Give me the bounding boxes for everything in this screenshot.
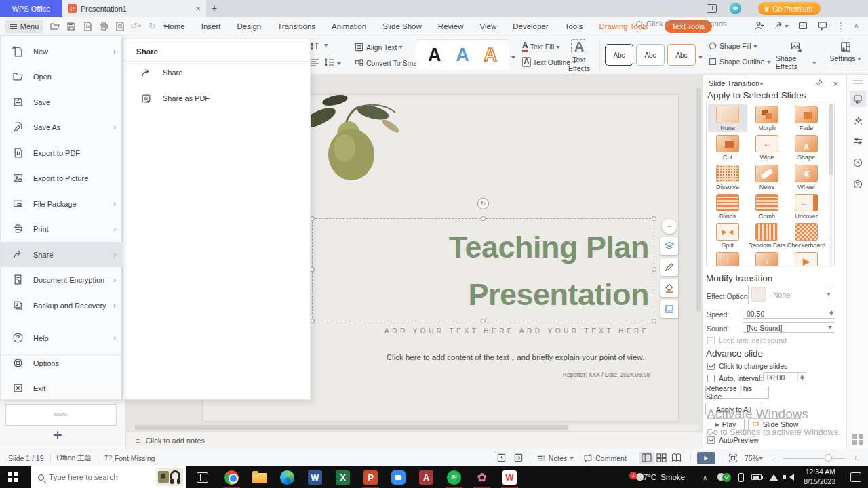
transition-checkerboard[interactable]: →Checkerboard bbox=[787, 222, 826, 249]
slide-subtitle[interactable]: ADD YOUR TEXT HERE ADD YOUR TEXT HERE bbox=[380, 327, 650, 335]
sound-dropdown[interactable]: [No Sound] bbox=[743, 322, 835, 333]
sidebar-transition-icon[interactable] bbox=[850, 91, 866, 107]
menu-item-options[interactable]: Options bbox=[1, 350, 123, 375]
wifi-icon[interactable] bbox=[769, 470, 778, 481]
text-fill-button[interactable]: A Text Fill bbox=[522, 41, 560, 52]
tab-insert[interactable]: Insert bbox=[201, 22, 221, 30]
speed-input[interactable]: 00.50 bbox=[743, 308, 835, 319]
pin-panel-icon[interactable] bbox=[814, 79, 823, 87]
print-icon[interactable] bbox=[98, 20, 109, 32]
taskbar-chrome-icon[interactable] bbox=[223, 469, 240, 486]
handout-master-icon[interactable] bbox=[513, 453, 524, 463]
text-direction-button[interactable] bbox=[309, 41, 320, 52]
align-text-button[interactable]: Align Text bbox=[354, 42, 403, 52]
resize-handle-ne[interactable] bbox=[652, 216, 656, 221]
weather-condition[interactable]: Smoke bbox=[660, 473, 685, 481]
taskbar-access-icon[interactable]: A bbox=[418, 469, 435, 486]
taskbar-spotify-icon[interactable]: ≋ bbox=[446, 469, 462, 486]
zoom-slider-thumb[interactable] bbox=[825, 454, 832, 462]
taskbar-search[interactable] bbox=[31, 466, 186, 488]
new-tab-button[interactable]: + bbox=[212, 3, 217, 14]
taskbar-file-explorer-icon[interactable] bbox=[251, 469, 268, 486]
shape-style-blue[interactable]: Abc bbox=[636, 44, 665, 66]
redo-icon[interactable]: ↻ bbox=[146, 20, 158, 32]
command-search[interactable] bbox=[636, 20, 745, 28]
text-effects-button[interactable]: A Text Effects bbox=[565, 39, 593, 73]
print-preview-icon[interactable] bbox=[114, 20, 125, 32]
tab-animation[interactable]: Animation bbox=[332, 22, 366, 30]
menu-item-export-picture[interactable]: Export to Picture bbox=[1, 165, 123, 190]
zoom-in-button[interactable]: + bbox=[853, 453, 859, 463]
scrollbar-thumb[interactable] bbox=[134, 425, 568, 430]
your-phone-icon[interactable] bbox=[738, 473, 744, 482]
more-options-icon[interactable]: ⋮ bbox=[837, 22, 845, 30]
shape-style-orange[interactable]: Abc bbox=[667, 44, 696, 66]
text-direction-caret[interactable] bbox=[324, 41, 328, 49]
new-slide-button[interactable]: + bbox=[53, 426, 62, 445]
task-window-icon[interactable] bbox=[496, 453, 507, 463]
menu-item-new[interactable]: New› bbox=[1, 39, 123, 64]
zoom-out-button[interactable]: − bbox=[771, 453, 776, 463]
auto-interval-checkbox[interactable] bbox=[707, 375, 715, 382]
speaker-icon[interactable] bbox=[786, 474, 794, 481]
normal-view-button[interactable] bbox=[639, 452, 654, 464]
taskbar-edge-icon[interactable] bbox=[279, 469, 296, 486]
menu-item-save-as[interactable]: Save As› bbox=[1, 115, 123, 140]
resize-handle-nw[interactable] bbox=[310, 216, 315, 221]
sidebar-effects-icon[interactable] bbox=[850, 113, 866, 129]
resize-handle-se[interactable] bbox=[652, 319, 656, 323]
canvas-vertical-scrollbar[interactable] bbox=[696, 88, 701, 312]
wordart-style-orange[interactable]: A bbox=[484, 46, 498, 64]
font-missing-indicator[interactable]: Font Missing bbox=[115, 454, 155, 462]
resize-handle-s[interactable] bbox=[481, 319, 486, 323]
border-style-button[interactable] bbox=[660, 300, 678, 318]
transition-cut[interactable]: Cut bbox=[708, 134, 747, 161]
slide-thumbnail[interactable]: SlideTitle bbox=[5, 404, 117, 426]
layout-grid-icon[interactable] bbox=[852, 434, 857, 439]
transition-morph[interactable]: Morph bbox=[747, 104, 787, 131]
export-pdf-icon[interactable] bbox=[81, 20, 93, 32]
menu-item-print[interactable]: Print› bbox=[1, 216, 123, 241]
canvas-horizontal-scrollbar[interactable] bbox=[133, 425, 698, 430]
menu-item-export-pdf[interactable]: Export to PDF bbox=[1, 140, 123, 165]
transition-split[interactable]: ▸◂Split bbox=[708, 222, 747, 249]
resize-handle-e[interactable] bbox=[652, 267, 656, 272]
command-search-input[interactable] bbox=[646, 20, 745, 28]
slideshow-play-button[interactable]: ▶ bbox=[697, 452, 715, 464]
search-highlight-photo[interactable] bbox=[156, 468, 183, 486]
transition-none[interactable]: None bbox=[708, 104, 747, 132]
menu-item-exit[interactable]: Exit bbox=[1, 375, 123, 401]
menu-item-open[interactable]: Open bbox=[1, 64, 123, 89]
wordart-gallery-more[interactable] bbox=[511, 53, 515, 61]
shape-fill-button[interactable]: Shape Fill bbox=[708, 41, 757, 51]
main-menu-button[interactable]: Menu bbox=[5, 20, 43, 33]
transition-random-bars[interactable]: Random Bars bbox=[747, 222, 787, 249]
document-tab[interactable]: P Presentation1 × bbox=[62, 0, 206, 17]
slide-sorter-view-button[interactable] bbox=[654, 452, 669, 464]
transition-push-up[interactable]: ↑ bbox=[708, 251, 747, 266]
close-panel-icon[interactable]: × bbox=[833, 79, 838, 89]
tray-expand-icon[interactable]: ∧ bbox=[703, 474, 707, 481]
taskbar-clock[interactable]: 12:34 AM 8/15/2023 bbox=[804, 468, 835, 486]
slide-body-text[interactable]: Click here to add content of the text，an… bbox=[376, 352, 654, 363]
task-view-button[interactable] bbox=[197, 472, 208, 483]
transition-push-down[interactable]: ↓ bbox=[747, 251, 787, 266]
transition-news[interactable]: News bbox=[747, 163, 787, 190]
fill-color-button[interactable] bbox=[660, 279, 678, 297]
switch-window-icon[interactable] bbox=[707, 4, 717, 13]
apply-to-all-button[interactable]: Apply to All bbox=[705, 403, 762, 415]
transition-uncover[interactable]: ←Uncover bbox=[787, 192, 826, 220]
slide-reporter-text[interactable]: Reporter: XXX / Date: 202X.08.08 bbox=[444, 371, 650, 378]
notes-toggle[interactable]: Notes bbox=[536, 453, 574, 463]
interval-input[interactable]: 00:00 bbox=[763, 372, 806, 382]
tab-review[interactable]: Review bbox=[438, 22, 464, 30]
line-spacing-button[interactable] bbox=[324, 57, 335, 68]
settings-button[interactable]: Settings bbox=[830, 41, 861, 62]
tab-slide-show[interactable]: Slide Show bbox=[382, 22, 422, 30]
shape-styles-more[interactable] bbox=[698, 53, 703, 61]
tab-design[interactable]: Design bbox=[237, 22, 261, 30]
format-painter-button[interactable] bbox=[660, 258, 678, 276]
comment-panel-icon[interactable] bbox=[817, 20, 828, 31]
menu-item-share[interactable]: Share› bbox=[1, 242, 123, 267]
save-icon[interactable] bbox=[65, 20, 77, 32]
